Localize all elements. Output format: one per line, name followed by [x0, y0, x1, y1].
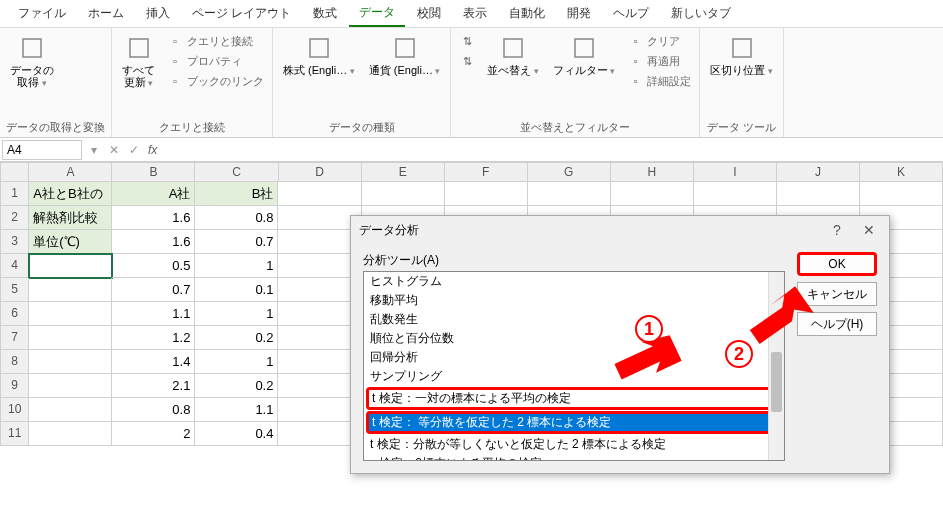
cell[interactable] [611, 182, 694, 206]
cell[interactable] [29, 398, 112, 422]
currency[interactable]: 通貨 (Engli… ▾ [365, 32, 445, 79]
properties[interactable]: ▫プロパティ [165, 52, 266, 70]
select-all-corner[interactable] [0, 162, 29, 182]
ok-button[interactable]: OK [797, 252, 877, 276]
menu-tab-7[interactable]: 表示 [453, 1, 497, 26]
scrollbar-thumb[interactable] [771, 352, 782, 412]
analysis-tool-item[interactable]: ヒストグラム [364, 272, 784, 291]
cell[interactable]: A社とB社の [29, 182, 112, 206]
menu-tab-6[interactable]: 校閲 [407, 1, 451, 26]
cell[interactable]: 1 [195, 302, 278, 326]
cell[interactable] [694, 182, 777, 206]
row-header[interactable]: 6 [0, 302, 29, 326]
sort[interactable]: 並べ替え ▾ [483, 32, 543, 79]
row-header[interactable]: 10 [0, 398, 29, 422]
cell[interactable] [860, 182, 943, 206]
cell[interactable] [29, 350, 112, 374]
menu-tab-2[interactable]: 挿入 [136, 1, 180, 26]
stocks[interactable]: 株式 (Engli… ▾ [279, 32, 359, 79]
cell[interactable]: 0.8 [195, 206, 278, 230]
column-header[interactable]: B [112, 162, 195, 182]
column-header[interactable]: C [195, 162, 278, 182]
cell[interactable]: B社 [195, 182, 278, 206]
row-header[interactable]: 3 [0, 230, 29, 254]
row-header[interactable]: 8 [0, 350, 29, 374]
help-icon[interactable]: ? [825, 222, 849, 238]
cell[interactable] [29, 278, 112, 302]
analysis-tool-item[interactable]: 順位と百分位数 [364, 329, 784, 348]
row-header[interactable]: 1 [0, 182, 29, 206]
cell[interactable]: A社 [112, 182, 195, 206]
text-to-columns[interactable]: 区切り位置 ▾ [706, 32, 777, 79]
row-header[interactable]: 7 [0, 326, 29, 350]
menu-tab-1[interactable]: ホーム [78, 1, 134, 26]
cell[interactable] [29, 374, 112, 398]
cell[interactable]: 1.2 [112, 326, 195, 350]
filter[interactable]: フィルター ▾ [549, 32, 620, 79]
name-box[interactable]: A4 [2, 140, 82, 160]
analysis-tools-listbox[interactable]: ヒストグラム移動平均乱数発生順位と百分位数回帰分析サンプリングt 検定：一対の標… [363, 271, 785, 461]
menu-tab-5[interactable]: データ [349, 0, 405, 27]
row-header[interactable]: 9 [0, 374, 29, 398]
reapply[interactable]: ▫再適用 [625, 52, 693, 70]
analysis-tool-item[interactable]: 移動平均 [364, 291, 784, 310]
analysis-tool-item[interactable]: t 検定：分散が等しくないと仮定した 2 標本による検定 [364, 435, 784, 454]
column-header[interactable]: A [29, 162, 112, 182]
cell[interactable]: 1 [195, 350, 278, 374]
analysis-tool-item[interactable]: t 検定：一対の標本による平均の検定 [366, 387, 782, 410]
cell[interactable]: 0.5 [112, 254, 195, 278]
advanced[interactable]: ▫詳細設定 [625, 72, 693, 90]
menu-tab-4[interactable]: 数式 [303, 1, 347, 26]
menu-tab-0[interactable]: ファイル [8, 1, 76, 26]
analysis-tool-item[interactable]: サンプリング [364, 367, 784, 386]
cell[interactable]: 1.4 [112, 350, 195, 374]
menu-tab-8[interactable]: 自動化 [499, 1, 555, 26]
menu-tab-3[interactable]: ページ レイアウト [182, 1, 301, 26]
cell[interactable]: 0.2 [195, 374, 278, 398]
sort-asc[interactable]: ⇅ [457, 32, 477, 50]
cancel-button[interactable]: キャンセル [797, 282, 877, 306]
column-header[interactable]: I [694, 162, 777, 182]
help-button[interactable]: ヘルプ(H) [797, 312, 877, 336]
cell[interactable] [29, 422, 112, 446]
cell[interactable]: 0.4 [195, 422, 278, 446]
column-header[interactable]: E [362, 162, 445, 182]
row-header[interactable]: 2 [0, 206, 29, 230]
sort-desc[interactable]: ⇅ [457, 52, 477, 70]
cell[interactable] [29, 302, 112, 326]
cell[interactable] [777, 182, 860, 206]
cell[interactable]: 1.6 [112, 230, 195, 254]
column-header[interactable]: J [777, 162, 860, 182]
cell[interactable]: 1.6 [112, 206, 195, 230]
cell[interactable]: 2 [112, 422, 195, 446]
cell[interactable]: 1.1 [112, 302, 195, 326]
cell[interactable]: 0.8 [112, 398, 195, 422]
cell[interactable] [445, 182, 528, 206]
row-header[interactable]: 5 [0, 278, 29, 302]
cell[interactable]: 解熱剤比較 [29, 206, 112, 230]
cell[interactable] [29, 254, 112, 278]
column-header[interactable]: G [528, 162, 611, 182]
cell[interactable] [528, 182, 611, 206]
menu-tab-9[interactable]: 開発 [557, 1, 601, 26]
cell[interactable]: 0.7 [112, 278, 195, 302]
cell[interactable]: 0.7 [195, 230, 278, 254]
cell[interactable]: 1 [195, 254, 278, 278]
row-header[interactable]: 4 [0, 254, 29, 278]
close-icon[interactable]: ✕ [857, 222, 881, 238]
cell[interactable]: 単位(℃) [29, 230, 112, 254]
analysis-tool-item[interactable]: z 検定：2標本による平均の検定 [364, 454, 784, 461]
cell[interactable]: 1.1 [195, 398, 278, 422]
fx-icon[interactable]: fx [144, 143, 161, 157]
cell[interactable] [278, 182, 361, 206]
analysis-tool-item[interactable]: 回帰分析 [364, 348, 784, 367]
listbox-scrollbar[interactable] [768, 272, 784, 460]
clear[interactable]: ▫クリア [625, 32, 693, 50]
get-data[interactable]: データの取得 ▾ [6, 32, 58, 91]
queries-connections[interactable]: ▫クエリと接続 [165, 32, 266, 50]
column-header[interactable]: F [445, 162, 528, 182]
column-header[interactable]: K [860, 162, 943, 182]
menu-tab-10[interactable]: ヘルプ [603, 1, 659, 26]
column-header[interactable]: H [611, 162, 694, 182]
row-header[interactable]: 11 [0, 422, 29, 446]
